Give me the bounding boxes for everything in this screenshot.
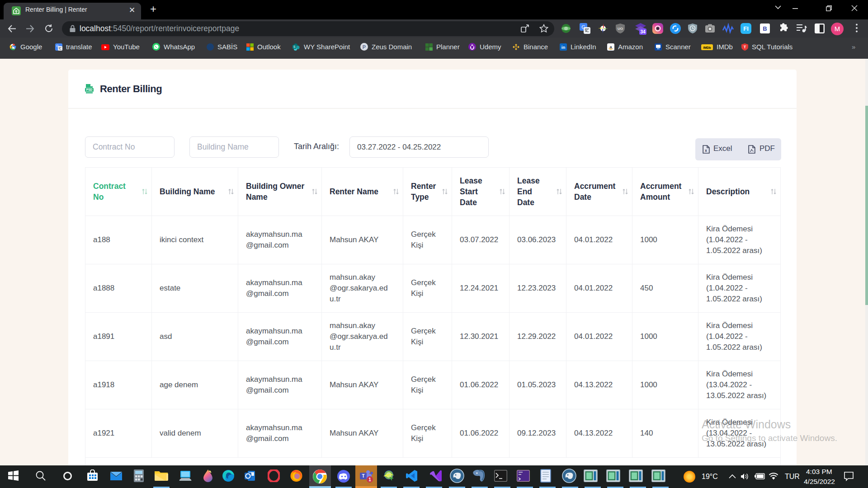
svg-text:FI: FI (743, 25, 749, 32)
svg-text:1: 1 (368, 477, 371, 482)
svg-text:34: 34 (640, 29, 646, 34)
svg-text:P: P (363, 44, 366, 50)
svg-text:B: B (763, 25, 767, 32)
svg-text:UO: UO (618, 27, 623, 31)
svg-text:T: T (362, 474, 364, 479)
svg-text:T: T (744, 45, 746, 49)
svg-text:IMDb: IMDb (703, 46, 711, 49)
svg-text:in: in (561, 45, 566, 50)
svg-text:x: x (705, 148, 707, 153)
svg-text:PSD: PSD (86, 88, 93, 91)
svg-text:S: S (293, 45, 296, 48)
